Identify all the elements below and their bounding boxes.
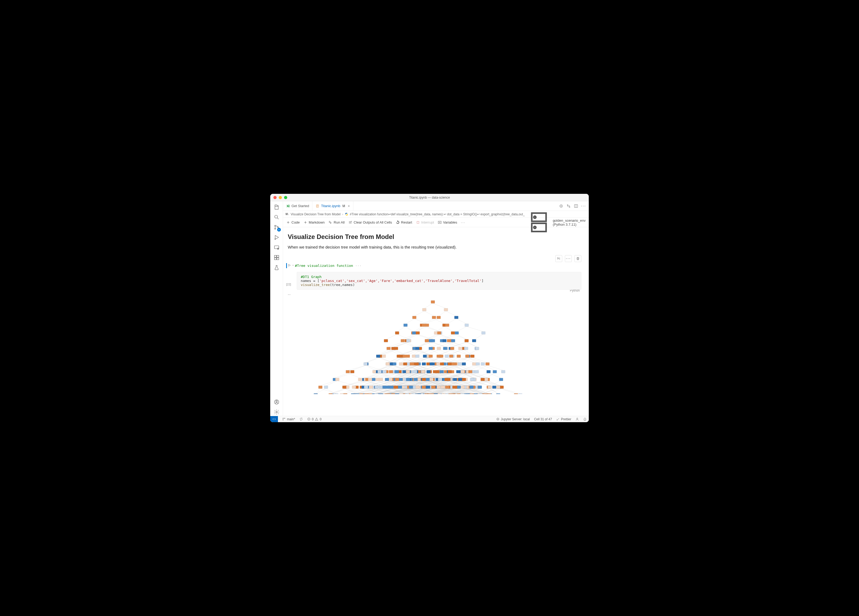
notebook-scroll[interactable]: Visualize Decision Tree from Model When … [283,227,589,416]
svg-rect-1064 [478,386,482,389]
svg-line-54 [431,334,440,339]
svg-line-165 [367,365,382,370]
run-debug-icon[interactable] [273,234,280,241]
restart-kernel-button[interactable]: Restart [396,220,412,224]
more-icon[interactable]: ··· [461,220,465,224]
svg-rect-725 [412,331,416,335]
close-tab-icon[interactable]: × [348,204,350,208]
source-control-icon[interactable]: 4 [273,224,280,231]
remote-indicator[interactable] [270,416,278,422]
svg-rect-834 [403,363,407,365]
svg-line-494 [345,389,357,394]
svg-rect-1152 [383,386,386,389]
svg-line-217 [405,365,419,370]
testing-icon[interactable] [273,264,280,271]
svg-line-149 [388,358,399,363]
svg-rect-909 [413,370,417,373]
svg-line-57 [427,334,436,339]
svg-rect-732 [384,339,388,342]
run-all-button[interactable]: Run All [328,220,345,224]
svg-line-81 [396,342,408,347]
compare-changes-icon[interactable] [567,204,571,208]
svg-rect-757 [387,347,391,350]
svg-line-44 [436,327,445,331]
svg-line-137 [400,358,408,363]
svg-rect-1364 [399,394,403,394]
run-cell-gutter[interactable] [287,263,295,267]
remote-explorer-icon[interactable] [273,244,280,251]
svg-line-295 [387,373,397,378]
svg-rect-995 [414,378,418,381]
svg-line-123 [401,358,415,363]
search-icon[interactable] [273,213,280,221]
svg-line-100 [464,350,473,355]
svg-rect-889 [487,370,490,373]
svg-rect-1155 [415,386,419,389]
svg-rect-1169 [431,386,435,389]
clear-outputs-button[interactable]: Clear Outputs of All Cells [348,220,392,224]
collapsed-code-cell[interactable]: #Tree visualization function ··· [286,263,581,268]
svg-line-27 [433,303,446,308]
svg-line-293 [367,373,380,378]
error-icon [307,417,311,421]
prettier-status[interactable]: Prettier [554,417,573,421]
run-by-line-button[interactable] [555,255,562,262]
svg-rect-1010 [426,378,430,381]
svg-line-125 [408,358,419,363]
kernel-label: golden_scenario_env (Python 3.7.11) [553,219,586,227]
svg-line-26 [424,303,433,308]
svg-rect-1137 [398,386,402,389]
svg-rect-820 [392,363,396,365]
svg-point-1390 [283,420,283,420]
add-code-cell-button[interactable]: Code [286,220,300,224]
branch-name: main* [287,417,295,421]
btn-label: Markdown [309,220,325,224]
jupyter-server-status[interactable]: Jupyter Server: local [494,417,532,421]
svg-rect-977 [385,378,389,381]
output-collapse-toggle[interactable]: ··· [286,292,581,296]
explorer-icon[interactable] [273,203,280,211]
tab-titanic-notebook[interactable]: Titanic.ipynb M × [312,201,353,211]
svg-rect-783 [376,355,380,358]
svg-line-311 [448,373,464,378]
sync-icon [300,417,303,421]
svg-line-129 [425,358,436,363]
problems-status[interactable]: 0 0 [305,417,323,421]
svg-line-90 [467,342,477,347]
accounts-icon[interactable] [273,398,280,406]
interrupt-kernel-button[interactable]: Interrupt [416,220,434,224]
svg-line-119 [467,350,477,355]
svg-rect-1386 [474,394,478,394]
cell-more-button[interactable]: ··· [565,255,572,262]
svg-rect-828 [472,363,476,365]
svg-rect-976 [389,378,393,381]
tab-get-started[interactable]: Get Started [283,201,312,211]
code-cell[interactable]: #DT1 Graph names = ['pclass_cat','sex_ca… [297,272,581,290]
manage-kernels-icon[interactable] [559,204,563,208]
settings-gear-icon[interactable] [273,408,280,416]
delete-cell-button[interactable] [575,255,581,262]
cell-position-status[interactable]: Cell 31 of 47 [532,417,554,421]
svg-line-96 [419,350,429,355]
stop-icon [416,220,420,224]
svg-line-552 [500,389,516,394]
svg-rect-1338 [412,394,416,394]
svg-rect-745 [425,339,429,342]
extensions-icon[interactable] [273,254,280,261]
markdown-cell[interactable]: Visualize Decision Tree from Model When … [286,233,581,249]
add-markdown-cell-button[interactable]: Markdown [303,220,325,224]
more-actions-icon[interactable]: ··· [581,204,586,208]
notifications-status[interactable] [581,417,589,421]
git-branch-status[interactable]: main* [280,417,297,421]
svg-rect-1006 [395,378,399,381]
feedback-status[interactable] [573,417,581,421]
svg-line-384 [488,381,502,386]
svg-rect-731 [481,331,486,335]
collapsed-code-preview: #Tree visualization function ··· [295,263,581,268]
sync-status[interactable] [297,417,305,421]
svg-line-67 [474,334,483,339]
variables-button[interactable]: Variables [438,220,457,224]
svg-rect-950 [376,378,380,381]
svg-line-87 [431,342,445,347]
split-editor-icon[interactable] [574,204,578,208]
